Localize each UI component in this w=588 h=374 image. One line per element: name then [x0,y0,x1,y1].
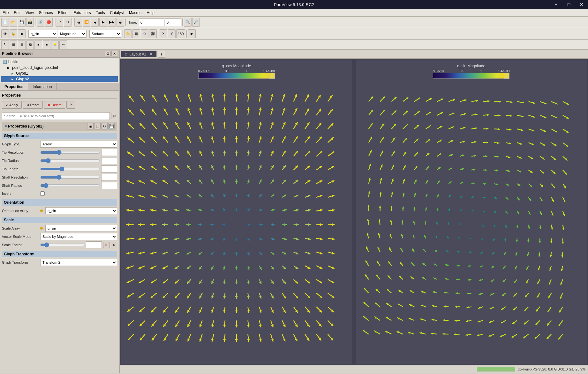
tree-item-builtin[interactable]: 🔢 builtin: [1,59,118,65]
menu-file[interactable]: File [0,9,11,16]
tab-information[interactable]: Information [28,83,57,90]
maximize-button[interactable]: □ [562,0,575,9]
add-layout-button[interactable]: + [158,51,165,58]
save-button[interactable]: 💾 [18,18,26,27]
orientation-array-select[interactable]: q_sin [45,207,117,214]
pipeline-settings-button[interactable]: ⚙ [105,51,111,56]
search-settings-button[interactable]: ⚙ [111,113,117,119]
tab-properties[interactable]: Properties [0,83,28,90]
tree-item-file[interactable]: ▶ point_cloud_lagrange.xdmf [1,65,118,70]
pipeline-close-button[interactable]: ✕ [111,51,117,56]
interact-button[interactable]: 👆 [124,29,132,38]
surface-select[interactable]: Surface [89,30,121,38]
invert-checkbox[interactable] [40,191,45,196]
scale-factor-refresh[interactable]: ↻ [111,242,117,248]
menu-view[interactable]: View [23,9,36,16]
prev-frame-button[interactable]: ⏪ [83,18,90,27]
right-glyph-canvas[interactable] [356,79,587,364]
undo-button[interactable]: ↶ [56,18,63,27]
play-forward-button[interactable]: ▶▶ [108,18,116,27]
props-search-input[interactable] [2,112,110,120]
menu-macros[interactable]: Macros [126,9,144,16]
vector-scale-mode-select[interactable]: Scale by Magnitude [40,233,117,240]
refresh-button[interactable]: ↻ [101,123,108,129]
shaft-resolution-slider[interactable] [40,175,100,180]
mode-select[interactable]: Magnitude [58,30,87,38]
shaft-radius-slider[interactable] [40,183,100,188]
layout-tab[interactable]: □ Layout #1 ✕ [121,51,157,57]
visible-button[interactable]: 👁 [1,29,9,38]
play-backward-button[interactable]: ◄ [91,18,99,27]
open-button[interactable]: 📂 [10,18,17,27]
array-select[interactable]: q_sin [28,30,57,38]
rotate-180-button[interactable]: 180 [176,29,185,38]
props-reset-small[interactable]: ▢ [94,123,101,129]
histogram-button[interactable]: ▩ [26,40,34,49]
connect-button[interactable]: 🔗 [37,18,44,27]
menu-edit[interactable]: Edit [11,9,23,16]
time-step-input[interactable] [165,18,181,26]
tip-length-slider[interactable] [40,166,100,172]
menu-catalyst[interactable]: Catalyst [108,9,126,16]
menu-help[interactable]: Help [144,9,157,16]
tree-item-glyph2[interactable]: ► Glyph2 [1,76,118,82]
apply-button[interactable]: ✓ Apply [2,101,22,109]
orient-button[interactable]: ▦ [10,40,17,49]
copy-button[interactable]: ▣ [87,123,94,129]
chart-button[interactable]: ■ [34,40,42,49]
box-select-button[interactable]: ▤ [18,40,26,49]
disconnect-button[interactable]: ⛔ [45,18,53,27]
tree-label-builtin: builtin: [8,60,19,64]
hide-button[interactable]: 🔒 [10,29,17,38]
time-input[interactable] [139,18,164,26]
save-props-button[interactable]: 💾 [108,123,115,129]
close-button[interactable]: ✕ [575,0,588,9]
tree-item-glyph1[interactable]: ► Glyph1 [1,70,118,76]
glyph-type-select[interactable]: Arrow [40,141,117,148]
reset-button[interactable]: ↺ Reset [23,101,43,109]
redo-button[interactable]: ↷ [64,18,72,27]
minimize-button[interactable]: − [550,0,562,9]
select-cells-button[interactable]: ▦ [132,29,140,38]
reset-camera-button[interactable]: ↻ [1,40,9,49]
select-points-button[interactable]: ◇ [141,29,148,38]
fit-button[interactable]: 🔎 [192,18,200,27]
layout-tab-close[interactable]: ✕ [149,52,153,56]
menu-tools[interactable]: Tools [94,9,108,16]
shaft-resolution-input[interactable]: 6 [101,174,117,181]
sep2 [54,18,54,26]
tip-resolution-slider[interactable] [40,150,100,155]
tip-length-input[interactable]: 0.35 [101,165,117,172]
tip-radius-input[interactable]: 0.1 [101,157,117,164]
play-button[interactable]: ▶ [99,18,107,27]
save-screenshot-button[interactable]: 📸 [26,18,34,27]
scale-factor-slider[interactable] [40,242,85,247]
bulb-button[interactable]: 💡 [51,40,59,49]
rotate-y-button[interactable]: Y [168,29,176,38]
glyph-transform-select[interactable]: Transform2 [40,259,117,266]
group-button[interactable]: ■ [18,29,26,38]
scale-factor-input[interactable]: 0.1 [86,241,102,248]
menu-filters[interactable]: Filters [56,9,71,16]
help-button[interactable]: ? [66,101,75,109]
menu-extractors[interactable]: Extractors [71,9,94,16]
left-glyph-canvas[interactable] [121,79,352,364]
tip-resolution-input[interactable]: 6 [101,149,117,156]
tip-radius-slider[interactable] [40,158,100,163]
colorbar-button[interactable]: ■ [43,40,50,49]
scale-array-select[interactable]: q_sin [45,225,117,232]
last-frame-button[interactable]: ⏭ [117,18,124,27]
camera-reset-button[interactable]: 🎥 [149,29,157,38]
annotate-button[interactable]: ✏ [59,40,67,49]
menu-sources[interactable]: Sources [36,9,56,16]
zoom-button[interactable]: 🔍 [184,18,192,27]
svg-marker-940 [390,206,392,208]
delete-button[interactable]: ✕ Delete [44,101,65,109]
shaft-radius-input[interactable]: 0.03 [101,182,117,189]
first-frame-button[interactable]: ⏮ [74,18,82,27]
rotate-x-button[interactable]: X [160,29,167,38]
sep5 [182,18,183,26]
render-button[interactable]: ▶ [188,29,196,38]
scale-factor-reset-x[interactable]: ✕ [103,242,109,248]
new-button[interactable]: 📄 [1,18,9,27]
